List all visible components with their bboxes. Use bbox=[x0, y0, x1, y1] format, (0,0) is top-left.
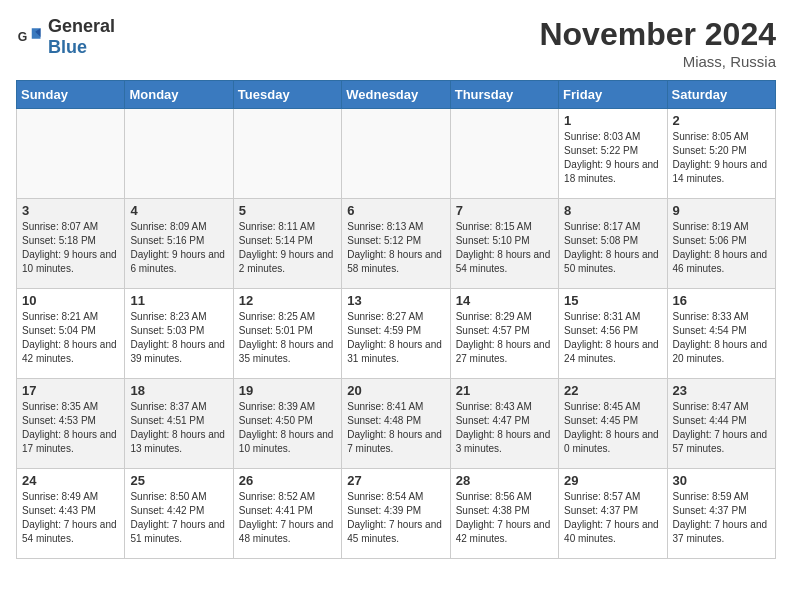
day-cell: 11Sunrise: 8:23 AM Sunset: 5:03 PM Dayli… bbox=[125, 289, 233, 379]
day-number: 15 bbox=[564, 293, 661, 308]
day-number: 3 bbox=[22, 203, 119, 218]
day-cell bbox=[342, 109, 450, 199]
day-cell: 28Sunrise: 8:56 AM Sunset: 4:38 PM Dayli… bbox=[450, 469, 558, 559]
day-cell: 25Sunrise: 8:50 AM Sunset: 4:42 PM Dayli… bbox=[125, 469, 233, 559]
day-cell: 6Sunrise: 8:13 AM Sunset: 5:12 PM Daylig… bbox=[342, 199, 450, 289]
day-info: Sunrise: 8:37 AM Sunset: 4:51 PM Dayligh… bbox=[130, 400, 227, 456]
day-number: 28 bbox=[456, 473, 553, 488]
day-info: Sunrise: 8:05 AM Sunset: 5:20 PM Dayligh… bbox=[673, 130, 770, 186]
day-cell: 20Sunrise: 8:41 AM Sunset: 4:48 PM Dayli… bbox=[342, 379, 450, 469]
day-cell: 2Sunrise: 8:05 AM Sunset: 5:20 PM Daylig… bbox=[667, 109, 775, 199]
day-info: Sunrise: 8:47 AM Sunset: 4:44 PM Dayligh… bbox=[673, 400, 770, 456]
day-cell: 13Sunrise: 8:27 AM Sunset: 4:59 PM Dayli… bbox=[342, 289, 450, 379]
day-number: 19 bbox=[239, 383, 336, 398]
day-number: 11 bbox=[130, 293, 227, 308]
month-title: November 2024 bbox=[539, 16, 776, 53]
day-info: Sunrise: 8:29 AM Sunset: 4:57 PM Dayligh… bbox=[456, 310, 553, 366]
day-cell bbox=[125, 109, 233, 199]
day-header-thursday: Thursday bbox=[450, 81, 558, 109]
day-number: 2 bbox=[673, 113, 770, 128]
day-info: Sunrise: 8:13 AM Sunset: 5:12 PM Dayligh… bbox=[347, 220, 444, 276]
day-number: 1 bbox=[564, 113, 661, 128]
header-row: SundayMondayTuesdayWednesdayThursdayFrid… bbox=[17, 81, 776, 109]
day-cell: 22Sunrise: 8:45 AM Sunset: 4:45 PM Dayli… bbox=[559, 379, 667, 469]
day-number: 16 bbox=[673, 293, 770, 308]
day-info: Sunrise: 8:25 AM Sunset: 5:01 PM Dayligh… bbox=[239, 310, 336, 366]
day-cell: 10Sunrise: 8:21 AM Sunset: 5:04 PM Dayli… bbox=[17, 289, 125, 379]
day-cell: 3Sunrise: 8:07 AM Sunset: 5:18 PM Daylig… bbox=[17, 199, 125, 289]
day-cell: 27Sunrise: 8:54 AM Sunset: 4:39 PM Dayli… bbox=[342, 469, 450, 559]
day-info: Sunrise: 8:57 AM Sunset: 4:37 PM Dayligh… bbox=[564, 490, 661, 546]
day-cell: 16Sunrise: 8:33 AM Sunset: 4:54 PM Dayli… bbox=[667, 289, 775, 379]
week-row-1: 1Sunrise: 8:03 AM Sunset: 5:22 PM Daylig… bbox=[17, 109, 776, 199]
day-number: 27 bbox=[347, 473, 444, 488]
day-info: Sunrise: 8:56 AM Sunset: 4:38 PM Dayligh… bbox=[456, 490, 553, 546]
day-cell: 18Sunrise: 8:37 AM Sunset: 4:51 PM Dayli… bbox=[125, 379, 233, 469]
day-cell: 15Sunrise: 8:31 AM Sunset: 4:56 PM Dayli… bbox=[559, 289, 667, 379]
day-info: Sunrise: 8:09 AM Sunset: 5:16 PM Dayligh… bbox=[130, 220, 227, 276]
day-info: Sunrise: 8:31 AM Sunset: 4:56 PM Dayligh… bbox=[564, 310, 661, 366]
day-number: 21 bbox=[456, 383, 553, 398]
day-number: 4 bbox=[130, 203, 227, 218]
day-info: Sunrise: 8:50 AM Sunset: 4:42 PM Dayligh… bbox=[130, 490, 227, 546]
day-info: Sunrise: 8:21 AM Sunset: 5:04 PM Dayligh… bbox=[22, 310, 119, 366]
day-info: Sunrise: 8:54 AM Sunset: 4:39 PM Dayligh… bbox=[347, 490, 444, 546]
day-number: 14 bbox=[456, 293, 553, 308]
day-number: 6 bbox=[347, 203, 444, 218]
logo-icon: G bbox=[16, 23, 44, 51]
day-info: Sunrise: 8:07 AM Sunset: 5:18 PM Dayligh… bbox=[22, 220, 119, 276]
week-row-5: 24Sunrise: 8:49 AM Sunset: 4:43 PM Dayli… bbox=[17, 469, 776, 559]
day-info: Sunrise: 8:23 AM Sunset: 5:03 PM Dayligh… bbox=[130, 310, 227, 366]
day-info: Sunrise: 8:03 AM Sunset: 5:22 PM Dayligh… bbox=[564, 130, 661, 186]
day-number: 12 bbox=[239, 293, 336, 308]
day-cell: 30Sunrise: 8:59 AM Sunset: 4:37 PM Dayli… bbox=[667, 469, 775, 559]
day-cell: 19Sunrise: 8:39 AM Sunset: 4:50 PM Dayli… bbox=[233, 379, 341, 469]
day-number: 7 bbox=[456, 203, 553, 218]
day-info: Sunrise: 8:43 AM Sunset: 4:47 PM Dayligh… bbox=[456, 400, 553, 456]
logo: G General Blue bbox=[16, 16, 115, 58]
day-number: 5 bbox=[239, 203, 336, 218]
day-number: 29 bbox=[564, 473, 661, 488]
day-number: 20 bbox=[347, 383, 444, 398]
day-cell: 4Sunrise: 8:09 AM Sunset: 5:16 PM Daylig… bbox=[125, 199, 233, 289]
day-number: 10 bbox=[22, 293, 119, 308]
logo-blue: Blue bbox=[48, 37, 87, 57]
week-row-2: 3Sunrise: 8:07 AM Sunset: 5:18 PM Daylig… bbox=[17, 199, 776, 289]
day-info: Sunrise: 8:15 AM Sunset: 5:10 PM Dayligh… bbox=[456, 220, 553, 276]
day-info: Sunrise: 8:27 AM Sunset: 4:59 PM Dayligh… bbox=[347, 310, 444, 366]
logo-general: General bbox=[48, 16, 115, 36]
day-cell: 26Sunrise: 8:52 AM Sunset: 4:41 PM Dayli… bbox=[233, 469, 341, 559]
day-header-wednesday: Wednesday bbox=[342, 81, 450, 109]
day-header-saturday: Saturday bbox=[667, 81, 775, 109]
day-cell: 14Sunrise: 8:29 AM Sunset: 4:57 PM Dayli… bbox=[450, 289, 558, 379]
day-header-friday: Friday bbox=[559, 81, 667, 109]
day-info: Sunrise: 8:19 AM Sunset: 5:06 PM Dayligh… bbox=[673, 220, 770, 276]
day-cell: 7Sunrise: 8:15 AM Sunset: 5:10 PM Daylig… bbox=[450, 199, 558, 289]
day-number: 18 bbox=[130, 383, 227, 398]
day-info: Sunrise: 8:35 AM Sunset: 4:53 PM Dayligh… bbox=[22, 400, 119, 456]
day-number: 25 bbox=[130, 473, 227, 488]
day-number: 26 bbox=[239, 473, 336, 488]
day-cell: 12Sunrise: 8:25 AM Sunset: 5:01 PM Dayli… bbox=[233, 289, 341, 379]
day-info: Sunrise: 8:41 AM Sunset: 4:48 PM Dayligh… bbox=[347, 400, 444, 456]
logo-text: General Blue bbox=[48, 16, 115, 58]
day-info: Sunrise: 8:52 AM Sunset: 4:41 PM Dayligh… bbox=[239, 490, 336, 546]
day-cell: 29Sunrise: 8:57 AM Sunset: 4:37 PM Dayli… bbox=[559, 469, 667, 559]
day-cell: 23Sunrise: 8:47 AM Sunset: 4:44 PM Dayli… bbox=[667, 379, 775, 469]
week-row-4: 17Sunrise: 8:35 AM Sunset: 4:53 PM Dayli… bbox=[17, 379, 776, 469]
day-number: 30 bbox=[673, 473, 770, 488]
day-number: 22 bbox=[564, 383, 661, 398]
day-cell: 1Sunrise: 8:03 AM Sunset: 5:22 PM Daylig… bbox=[559, 109, 667, 199]
day-cell: 17Sunrise: 8:35 AM Sunset: 4:53 PM Dayli… bbox=[17, 379, 125, 469]
page-header: G General Blue November 2024 Miass, Russ… bbox=[16, 16, 776, 70]
day-info: Sunrise: 8:17 AM Sunset: 5:08 PM Dayligh… bbox=[564, 220, 661, 276]
day-info: Sunrise: 8:49 AM Sunset: 4:43 PM Dayligh… bbox=[22, 490, 119, 546]
day-info: Sunrise: 8:11 AM Sunset: 5:14 PM Dayligh… bbox=[239, 220, 336, 276]
day-info: Sunrise: 8:59 AM Sunset: 4:37 PM Dayligh… bbox=[673, 490, 770, 546]
day-number: 13 bbox=[347, 293, 444, 308]
day-info: Sunrise: 8:39 AM Sunset: 4:50 PM Dayligh… bbox=[239, 400, 336, 456]
day-cell bbox=[17, 109, 125, 199]
day-cell bbox=[233, 109, 341, 199]
day-cell: 5Sunrise: 8:11 AM Sunset: 5:14 PM Daylig… bbox=[233, 199, 341, 289]
day-info: Sunrise: 8:33 AM Sunset: 4:54 PM Dayligh… bbox=[673, 310, 770, 366]
